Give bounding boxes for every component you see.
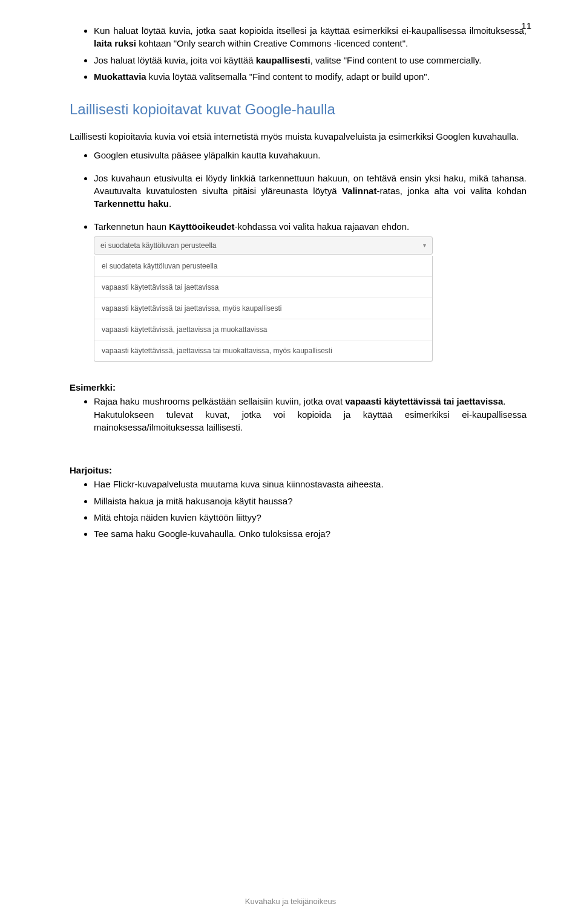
mid-bullet-list-2: Jos kuvahaun etusivulta ei löydy linkkiä… bbox=[70, 172, 527, 210]
dropdown-selected-label: ei suodateta käyttöluvan perusteella bbox=[100, 241, 216, 250]
text: kohtaan "Only search within Creative Com… bbox=[136, 38, 408, 48]
page-footer: Kuvahaku ja tekijänoikeus bbox=[0, 897, 581, 906]
dropdown-option: vapaasti käytettävissä tai jaettavissa, … bbox=[94, 298, 432, 319]
text: . bbox=[169, 198, 171, 209]
esimerkki-section: Esimerkki: Rajaa haku mushrooms pelkästä… bbox=[70, 381, 527, 434]
list-item: Mitä ehtoja näiden kuvien käyttöön liitt… bbox=[94, 511, 527, 524]
list-item: Tarkennetun haun Käyttöoikeudet-kohdassa… bbox=[94, 220, 527, 233]
lead-paragraph: Laillisesti kopioitavia kuvia voi etsiä … bbox=[70, 130, 527, 143]
mid-bullet-list-1: Googlen etusivulta pääsee yläpalkin kaut… bbox=[70, 149, 527, 161]
text: kuvia löytää valitsemalla "Find content … bbox=[146, 71, 430, 82]
text: Rajaa haku mushrooms pelkästään sellaisi… bbox=[94, 396, 345, 406]
esimerkki-title: Esimerkki: bbox=[70, 381, 527, 394]
list-item: Millaista hakua ja mitä hakusanoja käyti… bbox=[94, 495, 527, 507]
text: -kohdassa voi valita hakua rajaavan ehdo… bbox=[235, 221, 410, 232]
dropdown-option: vapaasti käytettävissä, jaettavissa ja m… bbox=[94, 319, 432, 340]
text-bold: kaupallisesti bbox=[256, 55, 310, 65]
section-heading: Laillisesti kopioitavat kuvat Google-hau… bbox=[70, 101, 527, 118]
harjoitus-list: Hae Flickr-kuvapalvelusta muutama kuva s… bbox=[70, 478, 527, 540]
chevron-down-icon: ▾ bbox=[423, 242, 426, 249]
page-number: 11 bbox=[521, 21, 531, 31]
list-item: Muokattavia kuvia löytää valitsemalla "F… bbox=[94, 70, 527, 83]
text: , valitse "Find content to use commercia… bbox=[310, 55, 482, 65]
text: Tarkennetun haun bbox=[94, 221, 169, 232]
text-bold: Valinnat bbox=[342, 186, 377, 196]
list-item: Tee sama haku Google-kuvahaulla. Onko tu… bbox=[94, 527, 527, 540]
list-item: Jos haluat löytää kuvia, joita voi käytt… bbox=[94, 54, 527, 67]
text: Jos haluat löytää kuvia, joita voi käytt… bbox=[94, 55, 256, 65]
list-item: Rajaa haku mushrooms pelkästään sellaisi… bbox=[94, 395, 527, 434]
dropdown-screenshot: ei suodateta käyttöluvan perusteella ▾ e… bbox=[94, 236, 433, 362]
intro-bullet-list: Kun haluat löytää kuvia, jotka saat kopi… bbox=[70, 24, 527, 83]
text: Hakutulokseen tulevat kuvat, jotka voi k… bbox=[94, 409, 527, 432]
list-item: Jos kuvahaun etusivulta ei löydy linkkiä… bbox=[94, 172, 527, 210]
text: -ratas, jonka alta voi valita kohdan bbox=[376, 186, 527, 196]
text: . bbox=[503, 396, 505, 406]
dropdown-selected: ei suodateta käyttöluvan perusteella ▾ bbox=[94, 236, 433, 255]
text-bold: Käyttöoikeudet bbox=[169, 221, 234, 232]
text-bold: Tarkennettu haku bbox=[94, 198, 169, 209]
text: Kun haluat löytää kuvia, jotka saat kopi… bbox=[94, 25, 527, 36]
list-item: Googlen etusivulta pääsee yläpalkin kaut… bbox=[94, 149, 527, 161]
dropdown-option: vapaasti käytettävissä tai jaettavissa bbox=[94, 276, 432, 298]
list-item: Kun haluat löytää kuvia, jotka saat kopi… bbox=[94, 24, 527, 50]
document-page: 11 Kun haluat löytää kuvia, jotka saat k… bbox=[0, 0, 581, 924]
dropdown-list: ei suodateta käyttöluvan perusteella vap… bbox=[94, 256, 433, 362]
harjoitus-title: Harjoitus: bbox=[70, 464, 527, 477]
dropdown-option: ei suodateta käyttöluvan perusteella bbox=[94, 256, 432, 276]
mid-bullet-list-3: Tarkennetun haun Käyttöoikeudet-kohdassa… bbox=[70, 220, 527, 233]
dropdown-option: vapaasti käytettävissä, jaettavissa tai … bbox=[94, 340, 432, 361]
text-bold: vapaasti käytettävissä tai jaettavissa bbox=[345, 396, 503, 406]
text-bold: laita ruksi bbox=[94, 38, 136, 48]
text-bold: Muokattavia bbox=[94, 71, 146, 82]
harjoitus-section: Harjoitus: Hae Flickr-kuvapalvelusta muu… bbox=[70, 464, 527, 540]
esimerkki-list: Rajaa haku mushrooms pelkästään sellaisi… bbox=[70, 395, 527, 434]
list-item: Hae Flickr-kuvapalvelusta muutama kuva s… bbox=[94, 478, 527, 490]
